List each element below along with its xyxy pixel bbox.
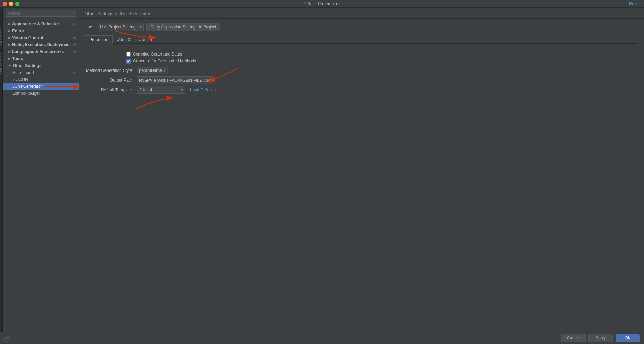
window-controls [3,2,19,6]
combine-getter-setter-checkbox[interactable] [126,52,131,57]
default-template-row: Default Template: JUnit 4 ▼ Load Default… [85,86,638,94]
sidebar-item-auto-import[interactable]: Auto Import ⚙ [3,69,79,76]
properties-panel: Combine Getter and Setter Generate for O… [85,48,638,99]
default-template-control: JUnit 4 ▼ Load Defaults [137,86,216,94]
content-header: Other Settings > JUnit Generator [79,8,644,19]
sidebar-item-label: Editor [12,28,24,33]
sidebar-item-label: Lombok plugin [12,91,40,96]
sidebar-item-label: Appearance & Behavior [12,22,59,26]
triangle-icon: ▶ [8,22,11,26]
sidebar-item-build[interactable]: ▶ Build, Execution, Deployment ⚙ [3,41,79,48]
triangle-icon: ▶ [8,36,11,40]
breadcrumb: Other Settings > JUnit Generator [85,11,151,16]
sidebar-badge: ⚙ [73,36,76,40]
sidebar-badge: ⚙ [73,50,76,54]
generate-overloaded-checkbox[interactable] [126,59,131,64]
content-area: Other Settings > JUnit Generator Use: Us… [79,8,644,332]
maximize-button[interactable] [15,2,19,6]
method-gen-style-control: paramName ▼ [137,67,168,74]
sidebar-item-label: Tools [12,56,23,61]
main-layout: PROJECT STRUCTURE ▶ Appearance & Behavio… [0,8,644,332]
combine-getter-setter-row: Combine Getter and Setter [85,51,638,58]
use-select[interactable]: Use Project Settings ▼ [98,23,144,31]
tab-properties[interactable]: Properties [85,35,113,44]
breadcrumb-current: JUnit Generator [119,11,151,16]
sidebar-item-label: Languages & Frameworks [12,49,64,54]
content-body: Use: Use Project Settings ▼ Copy Applica… [79,19,644,332]
cancel-button[interactable]: Cancel [561,334,586,342]
sidebar-item-label: Other Settings [13,63,42,68]
sidebar-item-junit-generator[interactable]: JUnit Generator [3,83,79,90]
tabs-row: Properties JUnit 3 JUnit 4 [85,35,638,44]
generate-overloaded-label: Generate for Overloaded Methods [133,59,196,64]
method-gen-style-select[interactable]: paramName ▼ [137,67,168,74]
breadcrumb-separator: > [115,11,119,16]
sidebar-item-label: Build, Execution, Deployment [12,42,71,47]
default-template-label: Default Template: [85,87,137,92]
left-strip-label-2: STRUCTURE [0,52,3,75]
sidebar-item-lombok-plugin[interactable]: Lombok plugin [3,90,79,97]
bottom-bar: Cancel Apply OK [0,332,644,344]
copy-settings-button[interactable]: Copy Application Settings to Project [146,23,220,31]
sidebar-item-label: Version Control [12,35,43,40]
output-path-row: Output Path: [85,76,638,84]
tab-junit4[interactable]: JUnit 4 [135,35,156,44]
sidebar-item-tools[interactable]: ▶ Tools [3,55,79,62]
output-path-label: Output Path: [85,78,137,83]
use-select-text: Use Project Settings [100,25,138,30]
method-gen-style-label: Method Generation Style: [85,68,137,73]
chevron-down-icon: ▼ [139,25,142,29]
combine-getter-setter-label: Combine Getter and Setter [133,52,183,57]
tab-junit3[interactable]: JUnit 3 [113,35,135,44]
sidebar-item-label: JUnit Generator [12,84,42,89]
apply-button[interactable]: Apply [588,334,613,342]
output-path-input[interactable] [137,76,213,84]
template-select-text: JUnit 4 [139,87,180,92]
minimize-button[interactable] [9,2,13,6]
ok-button[interactable]: OK [616,334,640,342]
window-title: Default Preferences [304,1,340,6]
sidebar-item-editor[interactable]: ▶ Editor [3,27,79,34]
use-label: Use: [85,25,93,30]
left-strip: PROJECT STRUCTURE [0,8,3,332]
load-defaults-link[interactable]: Load Defaults [190,87,216,92]
sidebar-item-label: Auto Import [12,70,34,75]
search-bar [3,8,79,19]
chevron-down-icon: ▼ [180,88,184,92]
sidebar-item-other-settings[interactable]: ▼ Other Settings [3,62,79,69]
help-button[interactable]: ? [3,336,10,342]
reset-button[interactable]: Reset [629,1,640,6]
method-gen-style-row: Method Generation Style: paramName ▼ [85,67,638,74]
default-template-select[interactable]: JUnit 4 ▼ [137,86,185,94]
triangle-icon: ▶ [8,43,11,47]
sidebar-item-appearance[interactable]: ▶ Appearance & Behavior ⚙ [3,20,79,27]
generate-overloaded-row: Generate for Overloaded Methods [85,58,638,65]
triangle-open-icon: ▼ [8,64,11,67]
title-bar: Default Preferences Reset [0,0,644,8]
use-row: Use: Use Project Settings ▼ Copy Applica… [85,23,638,31]
method-select-text: paramName [139,68,163,73]
chevron-down-icon: ▼ [163,69,166,72]
search-input[interactable] [6,10,76,17]
triangle-icon: ▶ [8,29,11,33]
output-path-control [137,76,213,84]
left-strip-label-1: PROJECT [0,28,3,45]
close-button[interactable] [3,2,7,6]
sidebar-items: ▶ Appearance & Behavior ⚙ ▶ Editor ▶ Ver… [3,19,79,332]
sidebar-item-label: HOCON [12,77,28,82]
sidebar-badge: ⚙ [73,71,76,75]
triangle-icon: ▶ [8,57,11,60]
sidebar-item-hocon[interactable]: HOCON [3,76,79,83]
sidebar-badge: ⚙ [73,22,76,26]
sidebar-item-version-control[interactable]: ▶ Version Control ⚙ [3,34,79,41]
sidebar-item-languages[interactable]: ▶ Languages & Frameworks ⚙ [3,48,79,55]
sidebar-badge: ⚙ [73,43,76,47]
triangle-icon: ▶ [8,50,11,53]
sidebar: ▶ Appearance & Behavior ⚙ ▶ Editor ▶ Ver… [3,8,79,332]
breadcrumb-parent: Other Settings [85,11,113,16]
